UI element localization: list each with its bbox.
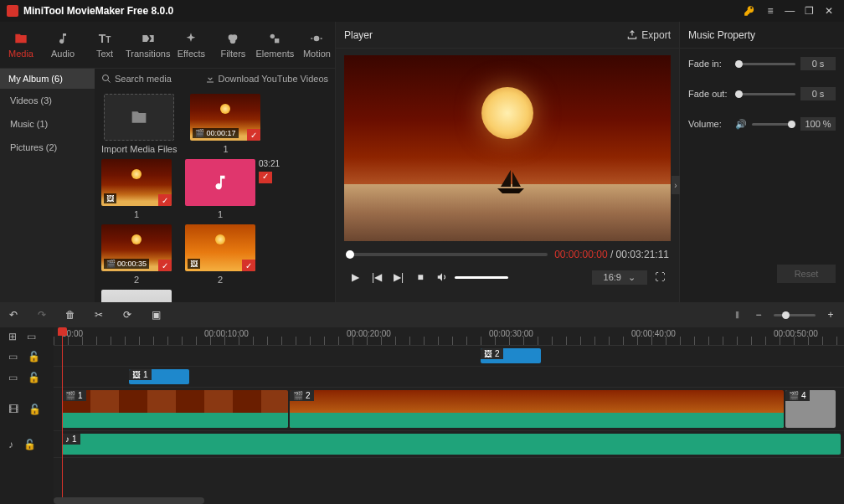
search-media[interactable]: Search media: [101, 74, 205, 84]
lock-icon[interactable]: 🔓: [23, 439, 36, 450]
check-icon: ✓: [242, 260, 255, 271]
chevron-down-icon: ⌄: [628, 272, 636, 283]
volume-slider-prop[interactable]: [752, 123, 795, 126]
tab-effects[interactable]: Effects: [170, 22, 212, 68]
minimize-icon[interactable]: —: [781, 5, 798, 17]
timeline-ruler[interactable]: 00:00 00:00:10:00 00:00:20:00 00:00:30:0…: [54, 327, 844, 346]
player-panel: Player Export 00:00:00:00 /: [335, 22, 680, 302]
fade-in-value[interactable]: 0 s: [800, 57, 836, 70]
menu-icon[interactable]: ≡: [762, 5, 779, 17]
add-track-icon[interactable]: ⊞: [8, 331, 17, 342]
play-button[interactable]: ▶: [346, 268, 364, 286]
image-icon: 🖼: [484, 349, 492, 358]
lock-icon[interactable]: 🔓: [28, 404, 41, 415]
text-icon: TT: [99, 32, 111, 45]
ratio-value: 16:9: [604, 272, 621, 282]
next-frame-button[interactable]: ▶|: [389, 268, 408, 286]
fade-in-label: Fade in:: [688, 59, 730, 69]
fade-out-slider[interactable]: [735, 93, 795, 95]
track-thumb-icon[interactable]: ▭: [27, 331, 36, 342]
maximize-icon[interactable]: ❐: [801, 5, 818, 17]
prev-frame-button[interactable]: |◀: [368, 268, 386, 286]
cut-button[interactable]: ✂: [92, 309, 106, 321]
video-track[interactable]: 🎬1 🎬2 🎬4: [54, 388, 844, 431]
lock-icon[interactable]: 🔓: [28, 372, 40, 383]
timeline-scrollbar[interactable]: [54, 497, 204, 504]
sparkle-icon: [184, 32, 198, 45]
video-clip-4[interactable]: 🎬4: [785, 390, 836, 428]
tab-filters[interactable]: Filters: [212, 22, 254, 68]
video-clip-2[interactable]: 🎬2: [290, 390, 784, 428]
folder-icon: [13, 32, 28, 45]
album-item-music[interactable]: Music (1): [0, 112, 95, 136]
fade-out-value[interactable]: 0 s: [800, 87, 836, 100]
tab-elements[interactable]: Elements: [254, 22, 296, 68]
zoom-in-button[interactable]: +: [824, 309, 837, 321]
volume-icon[interactable]: [433, 268, 451, 286]
tab-label: Media: [8, 49, 33, 59]
picture-track-1[interactable]: 🖼1: [54, 367, 844, 388]
close-icon[interactable]: ✕: [821, 5, 837, 17]
progress-bar[interactable]: [346, 253, 548, 256]
lock-icon[interactable]: 🔓: [28, 351, 40, 363]
media-thumb-extra[interactable]: [101, 290, 172, 302]
premium-key-icon[interactable]: [744, 5, 755, 17]
playhead[interactable]: [62, 327, 63, 504]
media-thumb-picture-2[interactable]: 🖼 ✓: [185, 224, 255, 271]
motion-icon: [310, 32, 323, 45]
media-toolbar: Search media Download YouTube Videos: [95, 69, 335, 89]
media-thumb-picture-1[interactable]: 🖼 ✓: [101, 159, 172, 206]
tab-label: Filters: [220, 49, 245, 59]
export-button[interactable]: Export: [626, 29, 671, 41]
tab-transitions[interactable]: Transitions: [126, 22, 170, 68]
media-thumb-music-1[interactable]: [185, 159, 255, 206]
export-icon: [626, 29, 638, 41]
thumb-label: 2: [218, 275, 223, 285]
fit-button[interactable]: ⦀: [730, 309, 744, 321]
volume-value[interactable]: 100 %: [800, 117, 836, 131]
video-icon: 🎬: [293, 391, 303, 400]
picture-track-2[interactable]: 🖼2: [54, 346, 844, 367]
tab-text[interactable]: TT Text: [84, 22, 126, 68]
preview-area[interactable]: [344, 55, 671, 241]
album-header[interactable]: My Album (6): [0, 69, 95, 89]
audio-track[interactable]: ♪1: [54, 431, 844, 458]
svg-point-6: [103, 75, 109, 81]
picture-clip-2[interactable]: 🖼2: [481, 348, 541, 363]
tab-motion[interactable]: Motion: [296, 22, 337, 68]
import-media-button[interactable]: [104, 94, 174, 141]
time-display: 00:00:00:00 / 00:03:21:11: [554, 249, 669, 260]
delete-button[interactable]: 🗑: [64, 309, 77, 321]
collapse-right-panel[interactable]: ›: [672, 176, 680, 194]
video-icon: 🎬: [195, 129, 204, 137]
zoom-slider[interactable]: [774, 314, 816, 316]
fade-in-slider[interactable]: [735, 63, 795, 65]
album-item-pictures[interactable]: Pictures (2): [0, 136, 95, 159]
svg-point-3: [270, 33, 275, 38]
media-thumb-video-1[interactable]: 🎬00:00:17 ✓: [190, 94, 260, 141]
tab-label: Audio: [51, 49, 75, 59]
video-clip-1[interactable]: 🎬1: [62, 390, 288, 428]
audio-clip-1[interactable]: ♪1: [62, 434, 841, 455]
speed-button[interactable]: ⟳: [121, 309, 134, 321]
music-note-icon: ♪: [65, 435, 69, 444]
fullscreen-button[interactable]: ⛶: [651, 268, 669, 286]
zoom-out-button[interactable]: −: [752, 309, 765, 321]
sailboat-icon: [494, 168, 528, 195]
reset-button[interactable]: Reset: [777, 265, 836, 283]
tab-media[interactable]: Media: [0, 22, 42, 68]
redo-button[interactable]: ↷: [35, 309, 49, 321]
download-youtube[interactable]: Download YouTube Videos: [205, 74, 329, 84]
video-icon: 🎬: [65, 391, 75, 400]
picture-clip-1[interactable]: 🖼1: [129, 369, 189, 384]
undo-button[interactable]: ↶: [7, 309, 20, 321]
media-thumb-video-2[interactable]: 🎬00:00:35 ✓: [101, 224, 172, 271]
volume-slider[interactable]: [455, 276, 508, 279]
crop-button[interactable]: ▣: [149, 309, 162, 321]
titlebar: MiniTool MovieMaker Free 8.0.0 ≡ — ❐ ✕: [0, 0, 844, 22]
svg-point-5: [314, 35, 320, 41]
aspect-ratio-select[interactable]: 16:9 ⌄: [592, 270, 647, 285]
tab-audio[interactable]: Audio: [42, 22, 84, 68]
stop-button[interactable]: ■: [411, 268, 430, 286]
album-item-videos[interactable]: Videos (3): [0, 89, 95, 112]
